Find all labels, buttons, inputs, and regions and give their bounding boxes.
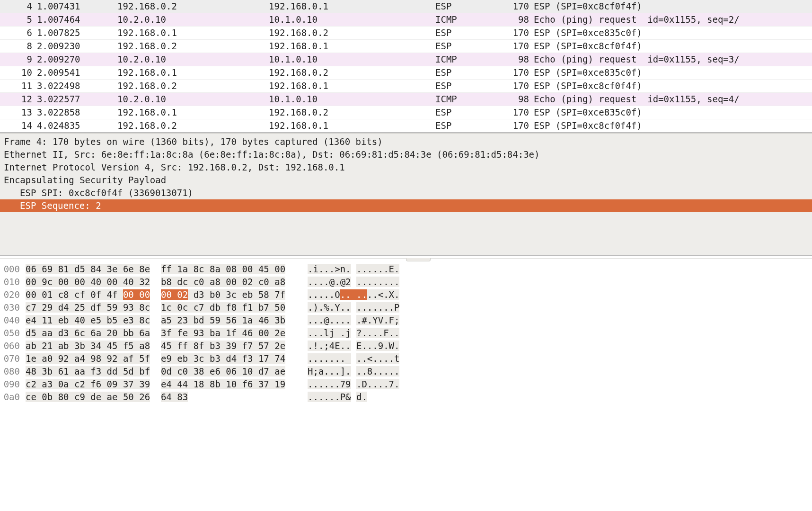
col-length: 170 xyxy=(492,40,529,53)
detail-ethernet[interactable]: Ethernet II, Src: 6e:8e:ff:1a:8c:8a (6e:… xyxy=(4,148,808,161)
hex-offset: 060 xyxy=(0,340,23,352)
packet-row[interactable]: 51.00746410.2.0.1010.1.0.10ICMP98Echo (p… xyxy=(0,13,812,26)
hex-offset: 0a0 xyxy=(0,391,23,403)
col-dest: 192.168.0.1 xyxy=(269,80,435,92)
hex-bytes: c7 29 d4 25 df 59 93 8c 1c 0c c7 db f8 f… xyxy=(23,301,297,314)
detail-frame[interactable]: Frame 4: 170 bytes on wire (1360 bits), … xyxy=(4,135,808,148)
col-protocol: ESP xyxy=(435,119,492,132)
col-dest: 192.168.0.1 xyxy=(269,40,435,53)
hex-bytes: 00 9c 00 00 40 00 40 32 b8 dc c0 a8 00 0… xyxy=(23,276,297,288)
packet-row[interactable]: 113.022498192.168.0.2192.168.0.1ESP170ES… xyxy=(0,79,812,92)
col-source: 192.168.0.2 xyxy=(117,119,269,132)
hex-row[interactable]: 090c2 a3 0a c2 f6 09 37 39 e4 44 18 8b 1… xyxy=(0,378,812,391)
hex-ascii: ...@.... .#.YV.F; xyxy=(297,314,399,327)
hex-offset: 050 xyxy=(0,327,23,340)
hex-ascii: ....@.@2 ........ xyxy=(297,276,399,288)
packet-row[interactable]: 133.022858192.168.0.1192.168.0.2ESP170ES… xyxy=(0,106,812,119)
packet-row[interactable]: 92.00927010.2.0.1010.1.0.10ICMP98Echo (p… xyxy=(0,53,812,66)
packet-row[interactable]: 41.007431192.168.0.2192.168.0.1ESP170ESP… xyxy=(0,0,812,13)
pane-splitter[interactable] xyxy=(0,258,812,262)
col-no: 9 xyxy=(0,53,32,66)
col-dest: 10.1.0.10 xyxy=(269,93,435,106)
hex-row[interactable]: 0701e a0 92 a4 98 92 af 5f e9 eb 3c b3 d… xyxy=(0,352,812,365)
col-time: 3.022858 xyxy=(32,106,117,119)
hex-bytes: ab 21 ab 3b 34 45 f5 a8 45 ff 8f b3 39 f… xyxy=(23,340,297,352)
detail-ip[interactable]: Internet Protocol Version 4, Src: 192.16… xyxy=(4,161,808,174)
col-time: 1.007464 xyxy=(32,13,117,26)
col-info: ESP (SPI=0xc8cf0f4f) xyxy=(529,40,809,53)
packet-list[interactable]: 41.007431192.168.0.2192.168.0.1ESP170ESP… xyxy=(0,0,812,133)
col-time: 3.022577 xyxy=(32,93,117,106)
col-protocol: ICMP xyxy=(435,13,492,26)
hex-ascii: ......79 .D....7. xyxy=(297,378,399,391)
col-length: 98 xyxy=(492,13,529,26)
col-no: 10 xyxy=(0,66,32,79)
col-source: 10.2.0.10 xyxy=(117,53,269,66)
col-no: 11 xyxy=(0,80,32,92)
hex-bytes: ce 0b 80 c9 de ae 50 26 64 83 xyxy=(23,391,297,403)
packet-row[interactable]: 144.024835192.168.0.2192.168.0.1ESP170ES… xyxy=(0,119,812,132)
col-time: 1.007431 xyxy=(32,0,117,13)
hex-row[interactable]: 060ab 21 ab 3b 34 45 f5 a8 45 ff 8f b3 3… xyxy=(0,340,812,352)
col-length: 170 xyxy=(492,119,529,132)
col-no: 8 xyxy=(0,40,32,53)
hex-ascii: .i...>n. ......E. xyxy=(297,263,399,276)
detail-esp-spi[interactable]: ESP SPI: 0xc8cf0f4f (3369013071) xyxy=(4,187,808,199)
col-time: 4.024835 xyxy=(32,119,117,132)
packet-details[interactable]: Frame 4: 170 bytes on wire (1360 bits), … xyxy=(0,133,812,256)
hex-row[interactable]: 00006 69 81 d5 84 3e 6e 8e ff 1a 8c 8a 0… xyxy=(0,263,812,276)
col-protocol: ESP xyxy=(435,27,492,39)
hex-row[interactable]: 040e4 11 eb 40 e5 b5 e3 8c a5 23 bd 59 5… xyxy=(0,314,812,327)
hex-ascii: H;a...]. ..8..... xyxy=(297,365,399,378)
hex-bytes: 06 69 81 d5 84 3e 6e 8e ff 1a 8c 8a 08 0… xyxy=(23,263,297,276)
col-time: 2.009541 xyxy=(32,66,117,79)
detail-esp[interactable]: Encapsulating Security Payload xyxy=(4,174,808,187)
col-length: 98 xyxy=(492,93,529,106)
col-protocol: ICMP xyxy=(435,53,492,66)
hex-offset: 030 xyxy=(0,301,23,314)
col-source: 192.168.0.1 xyxy=(117,66,269,79)
col-protocol: ESP xyxy=(435,66,492,79)
hex-row[interactable]: 050d5 aa d3 6c 6a 20 bb 6a 3f fe 93 ba 1… xyxy=(0,327,812,340)
hex-row[interactable]: 0a0ce 0b 80 c9 de ae 50 26 64 83......P&… xyxy=(0,391,812,403)
hex-bytes: d5 aa d3 6c 6a 20 bb 6a 3f fe 93 ba 1f 4… xyxy=(23,327,297,340)
col-dest: 10.1.0.10 xyxy=(269,13,435,26)
hex-offset: 080 xyxy=(0,365,23,378)
col-source: 192.168.0.2 xyxy=(117,0,269,13)
col-source: 192.168.0.2 xyxy=(117,40,269,53)
hex-ascii: ......P& d. xyxy=(297,391,367,403)
col-length: 170 xyxy=(492,80,529,92)
hex-pane[interactable]: 00006 69 81 d5 84 3e 6e 8e ff 1a 8c 8a 0… xyxy=(0,256,812,403)
col-no: 5 xyxy=(0,13,32,26)
hex-bytes: 00 01 c8 cf 0f 4f 00 00 00 02 d3 b0 3c e… xyxy=(23,288,297,301)
col-protocol: ESP xyxy=(435,80,492,92)
hex-row[interactable]: 02000 01 c8 cf 0f 4f 00 00 00 02 d3 b0 3… xyxy=(0,288,812,301)
col-length: 170 xyxy=(492,27,529,39)
hex-offset: 010 xyxy=(0,276,23,288)
hex-row[interactable]: 030c7 29 d4 25 df 59 93 8c 1c 0c c7 db f… xyxy=(0,301,812,314)
hex-row[interactable]: 08048 3b 61 aa f3 dd 5d bf 0d c0 38 e6 0… xyxy=(0,365,812,378)
hex-row[interactable]: 01000 9c 00 00 40 00 40 32 b8 dc c0 a8 0… xyxy=(0,276,812,288)
hex-bytes: c2 a3 0a c2 f6 09 37 39 e4 44 18 8b 10 f… xyxy=(23,378,297,391)
col-length: 170 xyxy=(492,0,529,13)
packet-row[interactable]: 123.02257710.2.0.1010.1.0.10ICMP98Echo (… xyxy=(0,92,812,106)
col-info: Echo (ping) request id=0x1155, seq=3/ xyxy=(529,53,809,66)
col-source: 10.2.0.10 xyxy=(117,13,269,26)
col-length: 170 xyxy=(492,66,529,79)
hex-offset: 040 xyxy=(0,314,23,327)
hex-offset: 000 xyxy=(0,263,23,276)
hex-offset: 070 xyxy=(0,352,23,365)
col-time: 1.007825 xyxy=(32,27,117,39)
col-length: 170 xyxy=(492,106,529,119)
col-time: 2.009230 xyxy=(32,40,117,53)
col-info: ESP (SPI=0xce835c0f) xyxy=(529,27,809,39)
col-info: ESP (SPI=0xc8cf0f4f) xyxy=(529,80,809,92)
col-info: ESP (SPI=0xce835c0f) xyxy=(529,106,809,119)
col-protocol: ESP xyxy=(435,40,492,53)
col-dest: 10.1.0.10 xyxy=(269,53,435,66)
packet-row[interactable]: 61.007825192.168.0.1192.168.0.2ESP170ESP… xyxy=(0,26,812,39)
packet-row[interactable]: 102.009541192.168.0.1192.168.0.2ESP170ES… xyxy=(0,66,812,79)
packet-row[interactable]: 82.009230192.168.0.2192.168.0.1ESP170ESP… xyxy=(0,39,812,53)
col-source: 192.168.0.1 xyxy=(117,27,269,39)
detail-esp-sequence[interactable]: ESP Sequence: 2 xyxy=(0,199,812,212)
